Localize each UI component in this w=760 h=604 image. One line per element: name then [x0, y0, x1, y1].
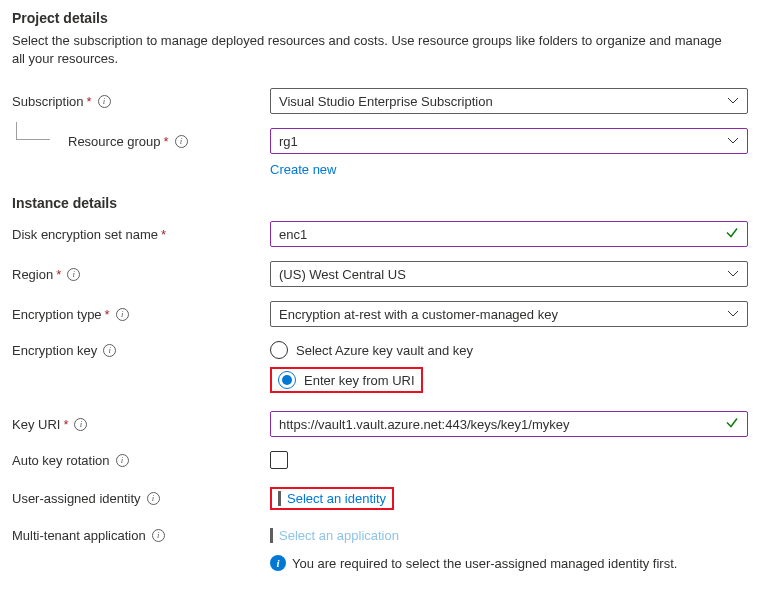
encryption-key-label: Encryption key i	[12, 341, 270, 358]
radio-icon	[278, 371, 296, 389]
instance-details-heading: Instance details	[12, 195, 748, 211]
create-new-link[interactable]: Create new	[270, 162, 336, 177]
resource-group-label: Resource group* i	[12, 134, 270, 149]
info-icon[interactable]: i	[67, 268, 80, 281]
info-icon[interactable]: i	[103, 344, 116, 357]
radio-select-key-vault[interactable]: Select Azure key vault and key	[270, 341, 748, 359]
info-icon: i	[270, 555, 286, 571]
info-icon[interactable]: i	[74, 418, 87, 431]
disk-encryption-set-name-input[interactable]: enc1	[270, 221, 748, 247]
project-details-description: Select the subscription to manage deploy…	[12, 32, 732, 68]
info-icon[interactable]: i	[116, 454, 129, 467]
region-select[interactable]: (US) West Central US	[270, 261, 748, 287]
subscription-label: Subscription* i	[12, 94, 270, 109]
multi-tenant-app-label: Multi-tenant application i	[12, 528, 270, 543]
auto-key-rotation-checkbox[interactable]	[270, 451, 288, 469]
resource-group-select[interactable]: rg1	[270, 128, 748, 154]
chevron-down-icon	[727, 308, 739, 320]
radio-icon	[270, 341, 288, 359]
select-identity-link[interactable]: Select an identity	[287, 491, 386, 506]
disk-encryption-set-name-label: Disk encryption set name*	[12, 227, 270, 242]
project-details-heading: Project details	[12, 10, 748, 26]
select-application-link: Select an application	[279, 528, 399, 543]
user-assigned-identity-label: User-assigned identity i	[12, 491, 270, 506]
chevron-down-icon	[727, 135, 739, 147]
highlight-box: Enter key from URI	[270, 367, 423, 393]
chevron-down-icon	[727, 95, 739, 107]
encryption-type-select[interactable]: Encryption at-rest with a customer-manag…	[270, 301, 748, 327]
info-icon[interactable]: i	[116, 308, 129, 321]
auto-key-rotation-label: Auto key rotation i	[12, 453, 270, 468]
check-icon	[725, 416, 739, 433]
info-icon[interactable]: i	[98, 95, 111, 108]
info-icon[interactable]: i	[175, 135, 188, 148]
radio-enter-key-uri[interactable]: Enter key from URI	[278, 371, 415, 389]
subscription-select[interactable]: Visual Studio Enterprise Subscription	[270, 88, 748, 114]
region-label: Region* i	[12, 267, 270, 282]
key-uri-label: Key URI* i	[12, 417, 270, 432]
highlight-box: Select an identity	[270, 487, 394, 510]
encryption-type-label: Encryption type* i	[12, 307, 270, 322]
chevron-down-icon	[727, 268, 739, 280]
info-icon[interactable]: i	[152, 529, 165, 542]
info-icon[interactable]: i	[147, 492, 160, 505]
multi-tenant-info: i You are required to select the user-as…	[270, 555, 748, 571]
key-uri-input[interactable]: https://vault1.vault.azure.net:443/keys/…	[270, 411, 748, 437]
check-icon	[725, 226, 739, 243]
